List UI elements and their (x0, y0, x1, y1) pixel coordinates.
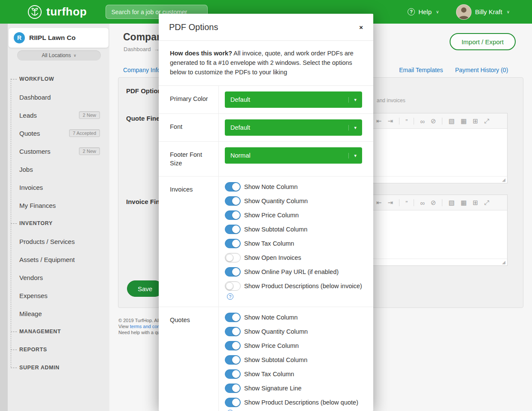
tab-email-templates[interactable]: Email Templates (399, 67, 443, 73)
indent-icon[interactable]: ⇥ (388, 199, 393, 207)
image-placeholder-icon[interactable]: ▦ (461, 117, 467, 125)
resize-grip-icon[interactable]: ◢ (502, 178, 505, 182)
sidebar-nav: WORKFLOW Dashboard Leads 2 New Quotes 7 … (0, 70, 109, 377)
image-icon[interactable]: ▧ (448, 199, 454, 207)
badge-leads: 2 New (79, 111, 100, 119)
section-header-workflow[interactable]: WORKFLOW (0, 70, 109, 88)
section-label: WORKFLOW (19, 76, 54, 82)
toolbar-separator (414, 118, 414, 125)
toggle-knob (232, 225, 240, 233)
sidebar-item-vendors[interactable]: Vendors (0, 268, 109, 286)
blockquote-icon[interactable]: ” (405, 118, 408, 125)
tab-payment-history[interactable]: Payment History (0) (455, 67, 508, 73)
quotes-label: Quotes (159, 307, 219, 411)
close-icon[interactable]: × (359, 24, 363, 31)
location-selector[interactable]: All Locations ∨ (17, 50, 101, 61)
link-icon[interactable]: ∞ (420, 118, 425, 125)
quotes-show-quantity-column-toggle[interactable] (225, 327, 241, 336)
invoices-show-price-column-toggle[interactable] (225, 210, 241, 220)
font-select[interactable]: Default ▾ (225, 119, 362, 136)
brand-logo[interactable]: turfhop (27, 5, 87, 19)
badge-customers: 2 New (79, 147, 100, 155)
toggle-row: Show Note Column (225, 182, 362, 192)
toggle-row: Show Price Column (225, 210, 362, 220)
sidebar-item-dashboard[interactable]: Dashboard (0, 88, 109, 106)
image-placeholder-icon[interactable]: ▦ (461, 199, 467, 207)
sidebar-item-jobs[interactable]: Jobs (0, 160, 109, 178)
invoices-show-open-invoices-toggle[interactable] (225, 253, 241, 262)
quotes-show-subtotal-column-toggle[interactable] (225, 355, 241, 365)
quotes-show-product-descriptions-toggle[interactable] (225, 398, 241, 407)
toggle-label: Show Price Column (244, 212, 299, 219)
sidebar-item-invoices[interactable]: Invoices (0, 178, 109, 196)
link-icon[interactable]: ∞ (420, 199, 425, 207)
table-icon[interactable]: ⊞ (473, 199, 478, 207)
invoices-show-product-descriptions-toggle[interactable] (225, 281, 241, 291)
toggle-row: Show Signature Line (225, 384, 362, 393)
toggle-knob (226, 282, 233, 290)
tab-company-info[interactable]: Company Info (123, 67, 160, 73)
sidebar-item-assets-equipment[interactable]: Assets / Equipment (0, 250, 109, 268)
image-icon[interactable]: ▧ (448, 117, 454, 125)
toolbar-separator (399, 118, 399, 125)
invoices-show-online-pay-url-toggle[interactable] (225, 267, 241, 277)
quotes-show-tax-column-toggle[interactable] (225, 369, 241, 379)
help-icon[interactable]: ? (227, 293, 233, 300)
toggle-knob (232, 384, 240, 392)
quotes-show-signature-line-toggle[interactable] (225, 384, 241, 393)
sidebar-item-products-services[interactable]: Products / Services (0, 232, 109, 250)
invoices-show-subtotal-column-toggle[interactable] (225, 225, 241, 234)
indent-icon[interactable]: ⇥ (388, 117, 393, 125)
pdf-options-hint: and invoices (377, 97, 405, 104)
section-header-reports[interactable]: REPORTS (0, 341, 109, 359)
sidebar-item-leads[interactable]: Leads 2 New (0, 106, 109, 124)
toggle-row: Show Quantity Column (225, 196, 362, 206)
item-label: Dashboard (19, 94, 51, 101)
help-label: Help (418, 8, 432, 15)
invoices-show-quantity-column-toggle[interactable] (225, 196, 241, 206)
item-label: Vendors (19, 274, 43, 281)
invoices-show-tax-column-toggle[interactable] (225, 239, 241, 248)
outdent-icon[interactable]: ⇤ (376, 199, 382, 207)
primary-color-row: Primary Color Default ▾ (159, 86, 373, 114)
section-label: REPORTS (19, 347, 47, 353)
fullscreen-icon[interactable]: ⤢ (484, 199, 489, 207)
unlink-icon[interactable]: ⊘ (431, 117, 436, 125)
sidebar-item-customers[interactable]: Customers 2 New (0, 142, 109, 160)
outdent-icon[interactable]: ⇤ (376, 117, 382, 125)
resize-grip-icon[interactable]: ◢ (502, 260, 505, 265)
company-name: RIIPL Lawn Co (29, 34, 76, 42)
toggle-knob (226, 254, 233, 262)
tree-dash (11, 223, 17, 224)
breadcrumb-dashboard[interactable]: Dashboard (124, 46, 151, 52)
section-header-super-admin[interactable]: SUPER ADMIN (0, 359, 109, 377)
quotes-show-price-column-toggle[interactable] (225, 341, 241, 350)
toggle-knob (232, 197, 240, 205)
table-icon[interactable]: ⊞ (473, 117, 478, 125)
help-icon: ? (408, 8, 415, 15)
footer-font-size-select[interactable]: Normal ▾ (225, 147, 362, 164)
quotes-show-note-column-toggle[interactable] (225, 313, 241, 322)
company-card[interactable]: R RIIPL Lawn Co (9, 28, 109, 48)
user-menu[interactable]: Billy Kraft ∨ (456, 4, 510, 20)
item-label: Mileage (19, 310, 42, 317)
sidebar-item-expenses[interactable]: Expenses (0, 286, 109, 304)
section-header-management[interactable]: MANAGEMENT (0, 323, 109, 341)
sidebar-item-my-finances[interactable]: My Finances (0, 196, 109, 214)
import-export-button[interactable]: Import / Export (450, 33, 516, 50)
primary-color-select[interactable]: Default ▾ (225, 91, 362, 108)
section-header-inventory[interactable]: INVENTORY (0, 214, 109, 232)
toolbar-separator (442, 199, 442, 206)
blockquote-icon[interactable]: ” (405, 199, 408, 207)
sidebar-item-quotes[interactable]: Quotes 7 Accepted (0, 124, 109, 142)
unlink-icon[interactable]: ⊘ (431, 199, 436, 207)
item-label: Jobs (19, 166, 33, 173)
toggle-row: Show Tax Column (225, 239, 362, 248)
fullscreen-icon[interactable]: ⤢ (484, 117, 489, 125)
help-menu[interactable]: ? Help ∨ (408, 8, 439, 15)
sidebar-item-mileage[interactable]: Mileage (0, 304, 109, 323)
invoices-show-note-column-toggle[interactable] (225, 182, 241, 192)
save-button[interactable]: Save (127, 280, 163, 297)
tree-dash (11, 79, 17, 79)
tree-dash (11, 368, 17, 368)
